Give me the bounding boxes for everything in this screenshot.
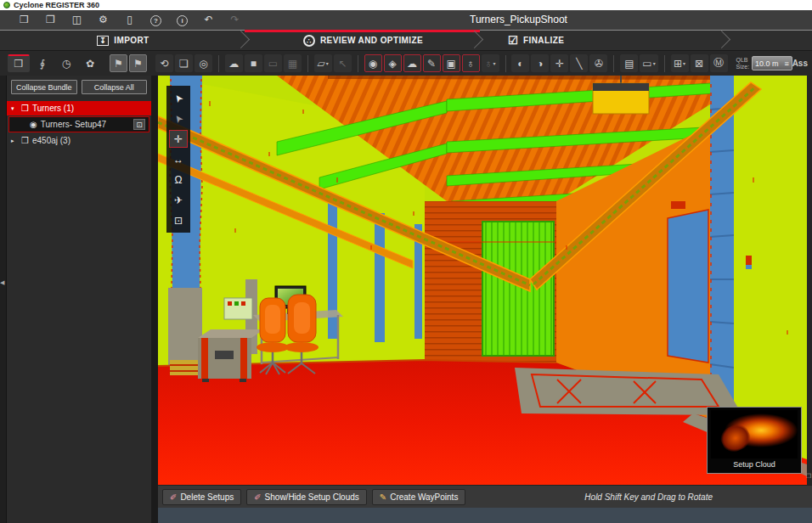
slicer-a-toggle[interactable]: ⚑ <box>110 54 127 72</box>
add-geotag-button[interactable]: ♁ <box>462 54 480 72</box>
collapse-panel-icon[interactable]: ◀ <box>0 279 4 286</box>
open-project-button[interactable]: ❒ <box>15 12 33 28</box>
viewport-tool-palette: ➤ ➤ ✛ ↔ Ω ✈ ⊡ <box>166 86 190 233</box>
undo-button[interactable]: ↶ <box>200 12 217 28</box>
separator <box>358 55 358 72</box>
cloud-icon: ☁ <box>228 58 239 70</box>
help-button[interactable]: ? <box>147 12 165 28</box>
layers-button[interactable]: ❏ <box>175 54 193 72</box>
workflow-step-review-and-optimize[interactable]: ∴ REVIEW AND OPTIMIZE <box>246 31 480 50</box>
setup-cloud-thumbnail[interactable]: Setup Cloud <box>707 407 802 474</box>
undo-icon: ↶ <box>204 14 212 25</box>
cube-m-icon: Ⓜ <box>713 56 724 70</box>
cloud-view-button[interactable]: ☁ <box>225 54 243 72</box>
axes-button[interactable]: ✛ <box>550 54 568 72</box>
create-waypoints-button[interactable]: ✎ Create WayPoints <box>372 489 466 505</box>
workflow-step-finalize[interactable]: ☑ FINALIZE <box>480 31 730 50</box>
rotate-view-button[interactable]: ⟲ <box>155 54 173 72</box>
chevron-down-icon: ▾ <box>683 60 685 66</box>
select-tool-button[interactable]: ➤ <box>169 89 188 107</box>
help-icon: ? <box>150 15 161 26</box>
sites-tab[interactable]: ◷ <box>55 54 77 72</box>
pano-doc-icon: ▤ <box>624 58 634 70</box>
collapse-all-button[interactable]: Collapse All <box>82 80 148 94</box>
save-project-button[interactable]: ❐ <box>42 12 59 28</box>
archive-button[interactable]: ◫ <box>68 12 86 28</box>
cube-m-button[interactable]: Ⓜ <box>710 54 728 72</box>
add-sketch-button[interactable]: ✎ <box>423 54 441 72</box>
globe-b-button[interactable]: ◑ <box>531 54 549 72</box>
add-target-button[interactable]: ◉ <box>364 54 382 72</box>
setup-tree: ▾ ❒ Turners (1) ◉ Turners- Setup47 ⊡ ▸ ❒… <box>7 101 151 148</box>
archive-icon: ◫ <box>72 14 82 25</box>
image-badge-icon[interactable]: ⊡ <box>133 119 145 130</box>
pano-doc-button[interactable]: ▤ <box>620 54 638 72</box>
tree-item-e450aj-bundle[interactable]: ▸ ❒ e450aj (3) <box>7 133 151 148</box>
target-icon: ◉ <box>369 58 377 70</box>
measure-group: ▱▾ ↖ <box>310 54 356 72</box>
review-label: REVIEW AND OPTIMIZE <box>320 36 423 45</box>
collapse-bundle-button[interactable]: Collapse Bundle <box>11 80 77 94</box>
info-button[interactable]: i <box>173 12 191 28</box>
rotate-icon: ⟲ <box>160 58 168 70</box>
add-image-button[interactable]: ▣ <box>443 54 460 72</box>
separator <box>613 55 614 72</box>
viewport-action-bar: ✐ Delete Setups ✐ Show/Hide Setup Clouds… <box>158 485 812 508</box>
window-title: Cyclone REGISTER 360 <box>14 1 99 9</box>
geotag-settings-button[interactable]: ♁▾ <box>482 54 499 72</box>
measure-tool-button[interactable]: ↔ <box>169 150 188 168</box>
panorama-view-button[interactable]: ▭ <box>264 54 282 72</box>
fill-view-button[interactable]: ■ <box>245 54 262 72</box>
cloud-annotation-icon: ☁ <box>407 58 417 70</box>
tag-icon: ◈ <box>388 58 396 70</box>
expand-panel-icon[interactable]: ❐ <box>806 473 811 480</box>
distance-icon: ↔ <box>173 154 183 166</box>
delete-setups-button[interactable]: ✐ Delete Setups <box>162 489 241 505</box>
expand-arrow-icon[interactable]: ▾ <box>11 105 18 112</box>
left-collapse-rail[interactable]: ◀ <box>0 76 7 523</box>
zoom-button[interactable]: ◎ <box>195 54 212 72</box>
qlb-size-select[interactable]: 10.0 m ≡ <box>752 56 792 70</box>
bundle-settings-tab[interactable]: ✿ <box>79 54 101 72</box>
image-view-button[interactable]: ▦ <box>284 54 302 72</box>
pick-point-button[interactable]: ↖ <box>334 54 352 72</box>
expand-arrow-icon[interactable]: ▸ <box>11 138 18 144</box>
rect-select-button[interactable]: ▭▾ <box>640 54 657 72</box>
panorama-icon: ▭ <box>268 58 278 70</box>
globe-a-button[interactable]: ◐ <box>511 54 529 72</box>
layers-icon: ❏ <box>179 58 189 70</box>
project-title: Turners_PickupShoot <box>470 14 567 25</box>
add-cloud-button[interactable]: ☁ <box>403 54 421 72</box>
chevron-down-icon: ▾ <box>326 60 329 66</box>
redo-button[interactable]: ↷ <box>226 12 244 28</box>
chevron-down-icon: ▾ <box>653 60 656 66</box>
pan-tool-button[interactable]: ✛ <box>169 130 188 148</box>
workflow-step-import[interactable]: ↧ IMPORT <box>0 31 246 50</box>
setup-label: Turners- Setup47 <box>41 120 106 129</box>
line-tool-button[interactable]: ╲ <box>570 54 588 72</box>
cube-view-button[interactable]: ⊡ <box>169 211 188 229</box>
slicer-b-toggle[interactable]: ⚑ <box>129 54 147 72</box>
station-button[interactable]: ✇ <box>589 54 607 72</box>
cube-view-button[interactable]: ⊞▾ <box>671 54 689 72</box>
tree-item-turners-setup47[interactable]: ◉ Turners- Setup47 ⊡ <box>8 116 149 132</box>
view-mode-group: ☁ ■ ▭ ▦ <box>221 54 306 72</box>
project-explorer-tab[interactable]: ❒ <box>8 54 30 72</box>
add-tag-button[interactable]: ◈ <box>384 54 402 72</box>
right-panel-rail[interactable]: ❐ <box>807 76 812 485</box>
settings-button[interactable]: ⚙ <box>94 12 112 28</box>
create-waypoints-label: Create WayPoints <box>390 492 458 502</box>
view-from-setup-button[interactable]: Ω <box>169 171 188 188</box>
cube-b-button[interactable]: ⊠ <box>691 54 708 72</box>
show-hide-setup-clouds-button[interactable]: ✐ Show/Hide Setup Clouds <box>246 489 367 505</box>
storage-button[interactable]: ▯ <box>121 12 138 28</box>
fly-tool-button[interactable]: ✈ <box>169 191 188 209</box>
folder-icon: ❒ <box>14 58 24 70</box>
attachments-tab[interactable]: ∮ <box>31 54 54 72</box>
point-cloud-viewport[interactable]: ➤ ➤ ✛ ↔ Ω ✈ ⊡ Setup Cloud <box>158 76 807 485</box>
measure-button[interactable]: ▱▾ <box>314 54 332 72</box>
tree-item-turners-bundle[interactable]: ▾ ❒ Turners (1) <box>7 101 151 115</box>
axes-icon: ✛ <box>555 58 564 70</box>
save-project-icon: ❐ <box>46 14 55 25</box>
multi-select-tool-button[interactable]: ➤ <box>169 110 188 127</box>
